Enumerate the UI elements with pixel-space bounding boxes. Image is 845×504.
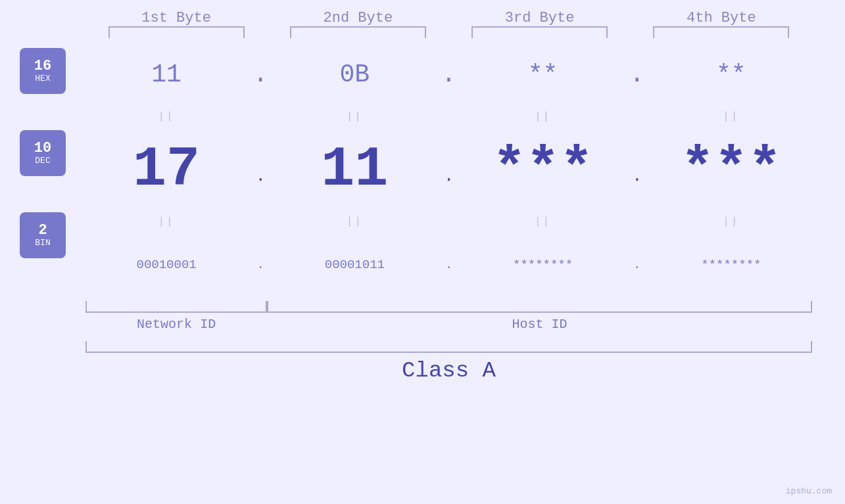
hex-badge-number: 16: [34, 58, 51, 74]
eq1-symbol4: ||: [723, 111, 739, 123]
watermark: ipshu.com: [786, 486, 832, 496]
class-label: Class A: [85, 358, 812, 383]
bin-b3-value: ********: [513, 258, 573, 272]
network-id-label: Network ID: [85, 317, 267, 332]
eq2-symbol3: ||: [535, 216, 551, 228]
hex-badge: 16 HEX: [20, 48, 66, 94]
dec-b3-value: ***: [493, 138, 593, 202]
eq1-b2: ||: [274, 111, 435, 123]
byte-labels-row: 1st Byte 2nd Byte 3rd Byte 4th Byte: [0, 0, 845, 26]
dec-badge-label: DEC: [35, 156, 50, 166]
rows-wrapper: 16 HEX 10 DEC 2 BIN 11 .: [0, 41, 845, 298]
hex-dot2: .: [441, 60, 456, 89]
top-bracket-1: [109, 26, 245, 38]
top-bracket-2: [290, 26, 426, 38]
eq1-symbol1: ||: [158, 111, 175, 123]
hex-b3-value: **: [528, 60, 558, 89]
bin-badge-number: 2: [38, 223, 47, 239]
bin-b1-cell: 00010001: [85, 258, 247, 272]
hex-badge-label: HEX: [35, 74, 50, 83]
dec-b2-cell: 11: [274, 138, 435, 202]
hex-row: 11 . 0B . ** . **: [85, 41, 812, 107]
eq2-b3: ||: [462, 216, 624, 228]
hex-sep2: .: [436, 60, 462, 89]
hex-dot1: .: [253, 60, 268, 89]
dec-dot3: .: [632, 166, 642, 186]
full-bottom-bracket: [85, 341, 812, 353]
hex-sep1: .: [247, 60, 274, 89]
hex-b4-value: **: [716, 60, 746, 89]
eq1-b1: ||: [85, 111, 247, 123]
dec-b2-value: 11: [321, 138, 388, 202]
bin-dot1: .: [257, 258, 264, 272]
hex-sep3: .: [624, 60, 650, 89]
main-layout: 1st Byte 2nd Byte 3rd Byte 4th Byte 16 H…: [0, 0, 845, 504]
bottom-area: Network ID Host ID Class A: [0, 301, 845, 383]
bin-b3-cell: ********: [462, 258, 624, 272]
eq2-b4: ||: [650, 216, 812, 228]
dec-b4-value: ***: [681, 138, 781, 202]
bin-dot3: .: [633, 258, 640, 272]
dec-badge: 10 DEC: [20, 130, 66, 176]
dec-sep3: .: [624, 153, 650, 186]
eq2-b1: ||: [85, 216, 247, 228]
hex-b1-value: 11: [151, 60, 181, 89]
bracket-cell-4: [631, 26, 812, 38]
host-id-label: Host ID: [267, 317, 812, 332]
eq1-b3: ||: [462, 111, 624, 123]
bin-b1-value: 00010001: [137, 258, 197, 272]
bracket-cell-1: [85, 26, 267, 38]
bottom-labels: Network ID Host ID: [85, 317, 812, 332]
bin-sep1: .: [247, 258, 274, 272]
bin-b2-cell: 00001011: [274, 258, 435, 272]
eq1-symbol3: ||: [535, 111, 551, 123]
bin-row: 00010001 . 00001011 . ******** .: [85, 232, 812, 298]
top-bracket-4: [653, 26, 789, 38]
eq2-symbol2: ||: [347, 216, 363, 228]
dec-dot1: .: [255, 166, 266, 186]
network-id-bracket: [85, 301, 267, 313]
bin-b2-value: 00001011: [325, 258, 385, 272]
host-id-bracket: [267, 301, 812, 313]
bin-sep2: .: [436, 258, 462, 272]
eq2-row: || || || ||: [85, 212, 812, 232]
hex-b4-cell: **: [650, 60, 812, 89]
dec-dot2: .: [444, 166, 454, 186]
bin-b4-cell: ********: [650, 258, 812, 272]
eq1-symbol2: ||: [347, 111, 363, 123]
dec-b1-value: 17: [133, 138, 200, 202]
dec-badge-number: 10: [34, 141, 51, 156]
hex-b3-cell: **: [462, 60, 624, 89]
data-columns: 11 . 0B . ** . **: [85, 41, 812, 298]
hex-dot3: .: [629, 60, 644, 89]
bin-dot2: .: [445, 258, 452, 272]
byte3-label: 3rd Byte: [449, 10, 631, 26]
hex-b2-cell: 0B: [274, 60, 435, 89]
eq1-row: || || || ||: [85, 107, 812, 127]
dec-sep2: .: [436, 153, 462, 186]
hex-b1-cell: 11: [85, 60, 247, 89]
byte4-label: 4th Byte: [631, 10, 812, 26]
bin-b4-value: ********: [701, 258, 761, 272]
eq2-symbol1: ||: [158, 216, 175, 228]
dec-sep1: .: [247, 153, 274, 186]
dec-b3-cell: ***: [462, 138, 624, 202]
bin-sep3: .: [624, 258, 650, 272]
eq2-symbol4: ||: [723, 216, 739, 228]
eq2-b2: ||: [274, 216, 435, 228]
eq1-b4: ||: [650, 111, 812, 123]
byte1-label: 1st Byte: [85, 10, 267, 26]
badges-column: 16 HEX 10 DEC 2 BIN: [0, 41, 85, 298]
bin-badge: 2 BIN: [20, 212, 66, 258]
top-brackets-row: [0, 26, 845, 38]
bracket-cell-3: [449, 26, 631, 38]
hex-b2-value: 0B: [340, 60, 370, 89]
dec-b1-cell: 17: [85, 138, 247, 202]
dec-row: 17 . 11 . *** . ***: [85, 127, 812, 212]
bracket-cell-2: [267, 26, 448, 38]
dec-b4-cell: ***: [650, 138, 812, 202]
byte2-label: 2nd Byte: [267, 10, 448, 26]
top-bracket-3: [471, 26, 608, 38]
bin-badge-label: BIN: [35, 239, 50, 248]
bottom-brackets: [85, 301, 812, 313]
